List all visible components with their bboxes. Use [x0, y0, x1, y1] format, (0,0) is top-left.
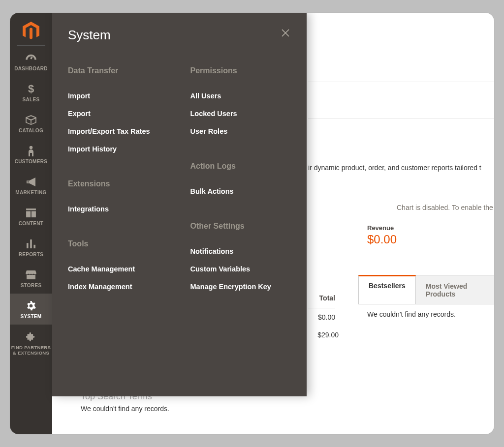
box-icon [26, 114, 36, 126]
nav-reports[interactable]: REPORTS [10, 232, 52, 263]
nav-label: CUSTOMERS [15, 159, 47, 165]
flyout-link-user-roles[interactable]: User Roles [190, 122, 293, 140]
tab-bestsellers[interactable]: Bestsellers [358, 275, 416, 304]
nav-system[interactable]: SYSTEM [10, 294, 52, 325]
nav-label: SYSTEM [21, 314, 42, 320]
flyout-column-left: Data Transfer Import Export Import/Expor… [68, 66, 171, 296]
flyout-link-bulk-actions[interactable]: Bulk Actions [190, 182, 293, 200]
nav-label: STORES [21, 283, 42, 289]
megaphone-icon [26, 176, 36, 188]
nav-catalog[interactable]: CATALOG [10, 108, 52, 139]
magento-logo-icon [23, 22, 39, 40]
divider [308, 82, 494, 82]
person-icon [28, 145, 34, 157]
svg-rect-2 [30, 239, 32, 248]
svg-rect-3 [33, 245, 35, 248]
nav-label: REPORTS [19, 252, 43, 258]
svg-point-0 [30, 146, 33, 149]
kpi-label: Revenue [367, 224, 397, 232]
flyout-link-integrations[interactable]: Integrations [68, 200, 171, 218]
nav-partners[interactable]: FIND PARTNERS & EXTENSIONS [10, 325, 52, 361]
table-cell: $0.00 [308, 308, 335, 326]
flyout-link-import-history[interactable]: Import History [68, 140, 171, 158]
nav-label: FIND PARTNERS & EXTENSIONS [11, 345, 51, 356]
dashboard-mini-table: Total $0.00 $29.00 [308, 288, 339, 344]
flyout-link-manage-encryption[interactable]: Manage Encryption Key [190, 278, 293, 296]
nav-sales[interactable]: $ SALES [10, 77, 52, 108]
flyout-link-notifications[interactable]: Notifications [190, 242, 293, 260]
nav-marketing[interactable]: MARKETING [10, 170, 52, 201]
flyout-link-export[interactable]: Export [68, 105, 171, 122]
no-records-message: We couldn't find any records. [81, 405, 169, 413]
nav-stores[interactable]: STORES [10, 263, 52, 294]
flyout-heading-permissions: Permissions [190, 66, 293, 75]
flyout-column-right: Permissions All Users Locked Users User … [190, 66, 293, 296]
bi-banner-text: ir dynamic product, order, and customer … [308, 164, 481, 172]
admin-sidebar: DASHBOARD $ SALES CATALOG CUSTOMERS [10, 13, 52, 434]
nav-label: CATALOG [19, 128, 43, 134]
flyout-link-import-export-tax[interactable]: Import/Export Tax Rates [68, 122, 171, 140]
dollar-icon: $ [28, 83, 34, 95]
svg-rect-1 [27, 243, 29, 248]
table-cell: $29.00 [308, 326, 339, 344]
tab-most-viewed[interactable]: Most Viewed Products [415, 275, 494, 304]
flyout-heading-tools: Tools [68, 239, 171, 248]
divider [308, 118, 494, 119]
nav-label: CONTENT [19, 221, 43, 227]
nav-label: DASHBOARD [14, 66, 48, 72]
nav-content[interactable]: CONTENT [10, 201, 52, 232]
flyout-heading-extensions: Extensions [68, 179, 171, 188]
nav-label: MARKETING [15, 190, 46, 196]
flyout-link-all-users[interactable]: All Users [190, 87, 293, 105]
gear-icon [26, 300, 36, 312]
kpi-value: $0.00 [367, 233, 397, 246]
flyout-link-locked-users[interactable]: Locked Users [190, 105, 293, 122]
close-icon[interactable] [278, 28, 293, 40]
nav-customers[interactable]: CUSTOMERS [10, 139, 52, 170]
flyout-link-import[interactable]: Import [68, 87, 171, 105]
flyout-link-index-management[interactable]: Index Management [68, 278, 171, 296]
bar-chart-icon [26, 238, 36, 250]
kpi-revenue: Revenue $0.00 [367, 224, 397, 246]
table-header-total: Total [308, 288, 335, 308]
flyout-link-custom-variables[interactable]: Custom Variables [190, 260, 293, 278]
system-flyout: System Data Transfer Import Export Impor… [52, 13, 307, 396]
puzzle-icon [26, 331, 36, 343]
layout-icon [26, 207, 36, 219]
chart-disabled-note: Chart is disabled. To enable the chart, … [397, 204, 494, 211]
flyout-heading-action-logs: Action Logs [190, 162, 293, 171]
flyout-link-cache-management[interactable]: Cache Management [68, 260, 171, 278]
no-records-message: We couldn't find any records. [367, 310, 456, 318]
flyout-heading-data-transfer: Data Transfer [68, 66, 171, 75]
product-tabs: Bestsellers Most Viewed Products [358, 275, 494, 304]
nav-dashboard[interactable]: DASHBOARD [10, 46, 52, 77]
nav-label: SALES [23, 97, 40, 103]
flyout-heading-other-settings: Other Settings [190, 222, 293, 231]
flyout-title: System [68, 28, 111, 43]
storefront-icon [26, 269, 36, 281]
gauge-icon [26, 52, 36, 64]
